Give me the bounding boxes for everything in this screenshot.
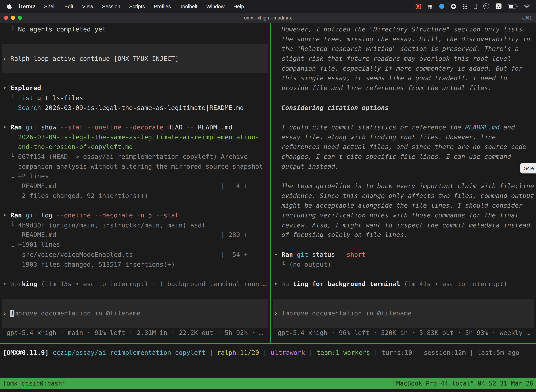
text-segment: | xyxy=(206,349,217,356)
text-segment: cczip/essay/ai-reimplementation-copyleft xyxy=(53,349,206,356)
menu-iterm2[interactable]: iTerm2 xyxy=(14,3,40,9)
title-bar[interactable]: omx --xhigh --madmax ⌥⌘1 xyxy=(0,13,536,23)
text-segment: references need actual files, and since … xyxy=(274,143,526,150)
text-segment: companion file, especially if more comme… xyxy=(274,65,522,72)
terminal-line xyxy=(3,289,270,299)
text-segment: and xyxy=(500,123,515,131)
text-segment: evidence. Since this change only affects… xyxy=(274,192,534,199)
text-segment: List xyxy=(18,94,34,101)
tmux-host-clock: "MacBook-Pro-44.local" 04:52 31-Mar-26 xyxy=(392,378,533,389)
text-segment: The team guideline is to back every impo… xyxy=(274,182,534,190)
terminal-line: └ List git ls-files xyxy=(3,93,270,103)
zoom-button[interactable] xyxy=(18,16,22,20)
terminal-line: I could cite commit statistics or refere… xyxy=(274,123,536,132)
menu-bar-status-icons: 61 A xyxy=(416,3,533,9)
text-segment: -- xyxy=(187,124,198,131)
menu-edit[interactable]: Edit xyxy=(60,3,78,9)
text-segment: | xyxy=(370,349,382,356)
text-segment: ralph:11/20 xyxy=(217,349,259,356)
text-segment: • xyxy=(274,251,282,258)
text-segment: ting for background terminal xyxy=(293,280,400,288)
terminal-line xyxy=(274,93,536,103)
terminal-line: • Waiting for background terminal (1m 41… xyxy=(274,279,536,289)
text-segment: 2 files changed, 92 insertions(+) xyxy=(3,192,148,199)
text-segment: Ralph loop active continue [OMX_TMUX_INJ… xyxy=(10,55,179,62)
text-segment: I could cite commit statistics or refere… xyxy=(274,123,465,131)
terminal-line: this single essay, it seems like a good … xyxy=(274,74,536,84)
menu-window[interactable]: Window xyxy=(202,3,229,9)
terminal-line: └ No agents completed yet xyxy=(3,25,270,34)
battery-gauge-icon[interactable]: 61 xyxy=(483,3,489,9)
text-segment: git xyxy=(26,212,41,219)
menu-shell[interactable]: Shell xyxy=(40,3,60,9)
text-segment: Search xyxy=(18,104,41,111)
input-line: › Ralph loop active continue [OMX_TMUX_I… xyxy=(3,54,179,64)
text-segment: mprove documentation in @filename xyxy=(14,310,140,317)
terminal-line xyxy=(274,171,536,181)
menu-scripts[interactable]: Scripts xyxy=(125,3,149,9)
menu-session[interactable]: Session xyxy=(98,3,125,9)
dots-grid-icon[interactable] xyxy=(463,4,467,9)
text-segment: README.md | 280 + xyxy=(3,231,248,238)
text-segment: this single essay, it seems like a good … xyxy=(274,75,507,82)
menu-view[interactable]: View xyxy=(78,3,98,9)
text-segment: the "Related research writing" section i… xyxy=(274,45,519,52)
text-segment: --stat --oneline --decorate xyxy=(60,124,167,131)
battery-icon[interactable] xyxy=(508,4,516,9)
text-segment: log xyxy=(41,212,56,219)
apple-menu[interactable] xyxy=(3,3,14,9)
screen-tooltip-fragment[interactable]: Scre xyxy=(520,163,536,173)
minimize-button[interactable] xyxy=(11,16,15,20)
text-segment xyxy=(3,104,18,111)
status-pane-divider xyxy=(0,343,536,344)
pane-divider[interactable] xyxy=(270,23,271,343)
menu-profiles[interactable]: Profiles xyxy=(149,3,175,9)
terminal-line xyxy=(3,34,270,44)
terminal-line: and-the-erosion-of-copyleft.md xyxy=(3,142,270,152)
blue-app-icon[interactable] xyxy=(439,4,444,9)
terminal-line: Considering citation options xyxy=(274,103,536,113)
text-segment: status xyxy=(312,251,339,258)
text-segment: | xyxy=(305,349,316,356)
prompt-input[interactable]: › Improve documentation in @filename xyxy=(273,299,534,328)
text-segment: gpt-5.4 xhigh · 96% left · 520K in · 5.8… xyxy=(274,329,530,336)
right-pane[interactable]: However, I noticed the "Directory Struct… xyxy=(271,23,536,343)
text-segment: └ (no output) xyxy=(274,261,331,268)
terminal-line: Search 2026-03-09-is-legal-the-same-as-l… xyxy=(3,103,270,113)
left-pane[interactable]: └ No agents completed yet› Ralph loop ac… xyxy=(0,23,270,343)
keyboard-grid-icon[interactable] xyxy=(428,4,433,9)
text-segment: › xyxy=(274,310,282,317)
terminal-line: └ (no output) xyxy=(274,260,536,269)
text-segment: the source tree, missing the essay. Stil… xyxy=(274,36,530,43)
close-button[interactable] xyxy=(4,16,8,20)
text-segment: team:1 workers xyxy=(316,349,370,356)
terminal-line xyxy=(274,269,536,279)
terminal-line: … +1901 lines xyxy=(3,240,270,250)
text-segment: last:5m ago xyxy=(477,349,519,356)
text-segment: gpt-5.4 xhigh · main · 91% left · 2.31M … xyxy=(3,329,263,336)
text-segment: provide file and line references from th… xyxy=(274,84,492,92)
text-segment: [OMX#0.11.9] xyxy=(3,349,53,356)
text-segment: • xyxy=(3,212,10,219)
text-segment: and-the-erosion-of-copyleft.md xyxy=(3,143,133,150)
text-segment: … +2 lines xyxy=(3,173,49,180)
terminal-line: 1903 files changed, 513517 insertions(+) xyxy=(3,260,270,269)
text-segment: No agents completed yet xyxy=(18,26,106,33)
tmux-status-bar: [omx-cczip0:bash* "MacBook-Pro-44.local"… xyxy=(0,378,536,389)
text-segment: companion analysis without altering the … xyxy=(3,163,263,170)
menu-toolbelt[interactable]: Toolbelt xyxy=(175,3,202,9)
text-segment: 2026-03-09-is-legal-the-same-as-legitima… xyxy=(41,104,244,111)
menu-help[interactable]: Help xyxy=(229,3,249,9)
swirl-app-icon[interactable] xyxy=(451,4,456,9)
text-segment: 2026-03-09-is-legal-the-same-as-legitima… xyxy=(3,133,259,140)
injected-message-box[interactable]: › Ralph loop active continue [OMX_TMUX_I… xyxy=(2,44,268,73)
prompt-input[interactable]: › Improve documentation in @filename xyxy=(2,299,268,328)
wifi-icon[interactable] xyxy=(524,4,530,9)
terminal-line xyxy=(274,289,536,299)
text-segment: … +1901 lines xyxy=(3,241,60,248)
text-segment: slight risk that future readers may over… xyxy=(274,55,511,62)
phone-icon[interactable] xyxy=(474,4,477,9)
input-source-icon[interactable]: A xyxy=(496,3,502,9)
screen-recording-indicator-icon[interactable] xyxy=(416,4,421,9)
terminal-line: • Working (11m 13s • esc to interrupt) ·… xyxy=(3,279,270,289)
